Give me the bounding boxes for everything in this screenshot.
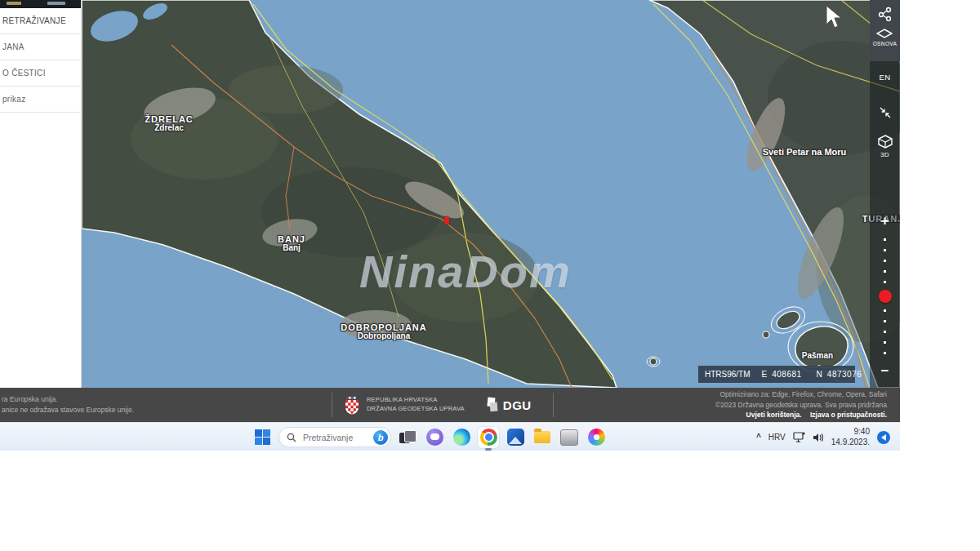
northing-label: N <box>817 370 822 379</box>
footer-divider <box>332 393 332 417</box>
toolbar-lower-group: EN 3D + <box>870 61 900 388</box>
speaker-icon[interactable] <box>813 433 824 442</box>
terms-link[interactable]: Uvjeti korištenja. <box>746 411 802 419</box>
collapse-arrows-icon <box>879 106 892 119</box>
footer-divider <box>553 393 554 417</box>
sidebar-item-prikaz[interactable]: prikaz <box>0 87 81 113</box>
start-button[interactable] <box>252 427 273 448</box>
mouse-cursor-icon <box>825 5 843 29</box>
government-name: REPUBLIKA HRVATSKA DRŽAVNA GEODETSKA UPR… <box>367 396 465 414</box>
dgu-logo-icon <box>486 396 499 414</box>
eu-funding-note: ra Europska unija. anice ne odražava sta… <box>0 394 320 415</box>
bing-icon[interactable]: b <box>373 430 388 445</box>
zoom-level-dot[interactable] <box>884 249 886 251</box>
taskbar-center-group: b <box>252 423 607 451</box>
layers-diamond-icon <box>876 29 893 38</box>
northing-value: 4873076 <box>827 370 862 379</box>
zoom-out-button[interactable]: − <box>881 365 889 380</box>
clock[interactable]: 9:40 14.9.2023. <box>831 427 870 447</box>
zoom-level-dot[interactable] <box>884 352 886 354</box>
chrome-browser-button[interactable] <box>478 427 499 448</box>
map-toolbar: OSNOVA EN 3D <box>870 0 900 388</box>
task-view-button[interactable] <box>397 427 418 448</box>
sidebar-item-pretrazivanje[interactable]: RETRAŽIVANJE <box>0 8 81 34</box>
geoportal-window: ="" <box>0 0 900 451</box>
photos-icon <box>507 429 524 446</box>
language-toggle-button[interactable]: EN <box>870 73 900 82</box>
3d-view-button[interactable]: 3D <box>870 135 900 158</box>
taskbar-search[interactable]: b <box>278 427 391 447</box>
windows-taskbar: b ^ HRV <box>0 422 900 451</box>
search-input[interactable] <box>301 432 373 443</box>
map-label-banj: BANJ Banj <box>278 234 305 252</box>
notification-badge[interactable] <box>877 431 890 444</box>
sidebar-item-jana[interactable]: JANA <box>0 34 81 60</box>
file-explorer-button[interactable] <box>532 427 553 448</box>
share-icon <box>878 7 893 21</box>
share-button[interactable] <box>878 7 893 21</box>
zoom-level-dot[interactable] <box>884 281 886 283</box>
zoom-level-dot[interactable] <box>884 341 886 344</box>
taskbar-tray: ^ HRV 9:40 14.9.2023. <box>756 423 890 451</box>
accessibility-link[interactable]: Izjava o pristupačnosti. <box>810 411 887 419</box>
language-indicator[interactable]: HRV <box>768 433 786 442</box>
tray-date: 14.9.2023. <box>831 438 870 448</box>
sidebar-header-strip <box>0 0 81 8</box>
network-icon[interactable] <box>793 432 805 442</box>
crs-label: HTRS96/TM <box>705 370 751 379</box>
zoom-level-dot[interactable] <box>884 260 886 262</box>
edge-icon <box>453 429 470 446</box>
croatian-coat-of-arms-icon <box>344 396 360 415</box>
zoom-level-dot[interactable] <box>884 309 886 312</box>
paint-app-button[interactable] <box>586 427 607 448</box>
map-label-pasman: Pašman <box>802 351 833 360</box>
search-icon <box>287 433 296 442</box>
zoom-slider-knob[interactable] <box>879 290 892 303</box>
coordinate-bar: HTRS96/TM E 408681 N 4873076 <box>698 366 855 383</box>
chat-icon <box>426 429 443 446</box>
zoom-in-button[interactable]: + <box>881 215 889 229</box>
edge-browser-button[interactable] <box>451 427 472 448</box>
utility-app-icon <box>560 429 578 446</box>
zoom-level-dot[interactable] <box>884 270 886 273</box>
easting-value: 408681 <box>772 370 801 379</box>
selected-parcel-marker <box>444 216 449 224</box>
paint-icon <box>588 429 605 446</box>
zoom-level-dot[interactable] <box>884 238 886 241</box>
government-branding: REPUBLIKA HRVATSKA DRŽAVNA GEODETSKA UPR… <box>344 396 465 415</box>
map-label-sveti-petar: Sveti Petar na Moru <box>763 147 847 157</box>
header-fragment-icon <box>47 2 65 5</box>
zoom-slider[interactable] <box>879 234 892 358</box>
zoom-level-dot[interactable] <box>884 320 886 322</box>
chat-app-button[interactable] <box>424 427 445 448</box>
collapse-view-button[interactable] <box>870 106 900 119</box>
chrome-icon <box>480 429 497 446</box>
task-view-icon <box>399 430 416 445</box>
tray-expand-button[interactable]: ^ <box>756 433 761 442</box>
toolbar-top-group: OSNOVA <box>870 0 900 61</box>
header-fragment-icon <box>7 2 21 5</box>
windows-logo-icon <box>255 429 270 445</box>
map-label-dobropoljana: DOBROPOLJANA Dobropoljana <box>341 322 427 340</box>
satellite-terrain: ="" <box>82 0 900 388</box>
dgu-logo: DGU <box>486 396 532 414</box>
utility-app-button[interactable] <box>559 427 580 448</box>
easting-label: E <box>762 370 768 379</box>
folder-icon <box>534 431 550 443</box>
photos-app-button[interactable] <box>505 427 526 448</box>
map-label-zdrelac: ŽDRELAC Ždrelac <box>145 114 194 132</box>
notification-arrow-icon <box>881 434 886 441</box>
zoom-level-dot[interactable] <box>884 331 886 333</box>
sidebar-item-o-cestici[interactable]: O ČESTICI <box>0 60 81 87</box>
map-canvas[interactable]: ="" <box>82 0 900 388</box>
osnova-basemap-button[interactable]: OSNOVA <box>873 29 898 47</box>
zoom-control: + − <box>870 215 900 380</box>
footer-legal: Optimizirano za: Edge, Firefox, Chrome, … <box>715 389 887 420</box>
desktop: ="" <box>0 0 980 551</box>
cube-3d-icon <box>878 135 893 149</box>
page-footer: ra Europska unija. anice ne odražava sta… <box>0 388 900 422</box>
tray-time: 9:40 <box>831 427 870 438</box>
left-sidebar: RETRAŽIVANJE JANA O ČESTICI prikaz <box>0 0 82 388</box>
